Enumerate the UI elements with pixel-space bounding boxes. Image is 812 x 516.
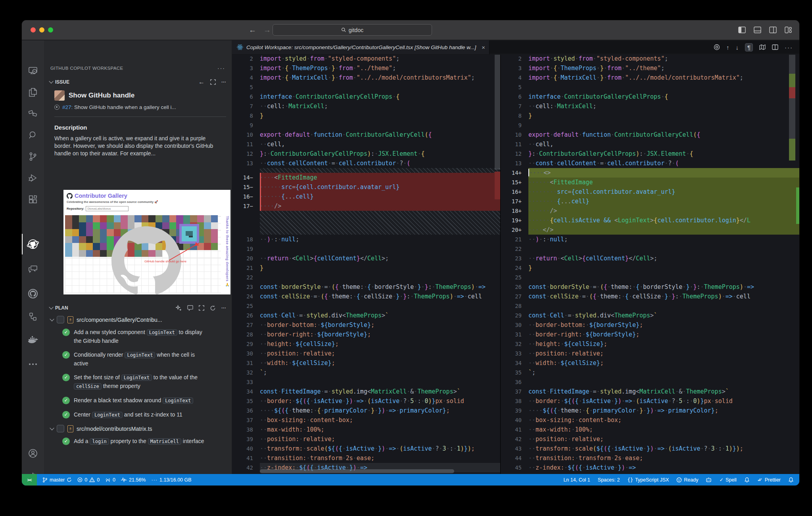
code-line[interactable]: 17+········{...cell} [501, 197, 799, 206]
issue-link[interactable]: #27: Show GitHub handle when a gallery c… [62, 104, 176, 110]
diff-original-pane[interactable]: 2import·styled·from·"styled-components";… [232, 55, 501, 474]
plan-checkbox[interactable] [57, 316, 64, 323]
code-line[interactable]: 40··transform:·scale(${({·isActive·})·=>… [232, 444, 500, 453]
perf-status[interactable]: 21.56% [121, 477, 146, 483]
code-line[interactable]: 4import·{·MatrixCell·}·from·"../../model… [232, 73, 500, 82]
code-line[interactable]: 10export·default·function·ContributorGal… [501, 130, 799, 140]
code-line[interactable]: 34··width:·${cellSize}; [501, 358, 799, 368]
sparkle-icon[interactable] [176, 305, 182, 311]
plan-checkbox[interactable] [57, 425, 64, 432]
customize-layout-icon[interactable] [785, 27, 792, 33]
activity-copilot-workspace[interactable] [22, 236, 44, 252]
code-line[interactable]: 5 [232, 82, 500, 92]
code-line[interactable]: 11··cell, [232, 140, 500, 149]
code-line[interactable]: 21} [232, 263, 500, 273]
code-line[interactable]: 31··width:·${cellSize}; [232, 358, 500, 368]
code-line[interactable]: 13··const·cellContent·=·cell.contributor… [501, 159, 799, 168]
code-line[interactable]: 20+····</> [501, 225, 799, 235]
plan-item[interactable]: ✓Set the font size of LoginText to the v… [44, 371, 232, 394]
code-line[interactable]: 45··z-index:·${({·isActive·})·=> [501, 463, 799, 472]
code-line[interactable]: 27const·cellSize·=·({·theme:·{·cellSize·… [501, 292, 799, 301]
activity-remote-explorer[interactable] [22, 63, 44, 79]
bell-icon[interactable] [788, 477, 794, 483]
code-line[interactable]: 30··position:·relative; [232, 349, 500, 358]
left-scrollbar[interactable] [495, 55, 500, 474]
code-line[interactable]: 6interface·ContributorGalleryCellProps·{ [232, 92, 500, 101]
code-line[interactable]: 23··return·<Cell>{cellContent}</Cell>; [501, 254, 799, 263]
code-line[interactable]: 14+····<> [501, 168, 799, 178]
code-line[interactable]: 19 [232, 244, 500, 254]
code-line[interactable]: 15+······<FittedImage [501, 178, 799, 187]
right-scrollbar[interactable] [789, 55, 799, 474]
code-line[interactable]: 42··position:·relative; [501, 434, 799, 444]
activity-comments[interactable] [22, 261, 44, 277]
code-line[interactable]: 37··box-sizing:·content-box; [232, 415, 500, 425]
activity-github[interactable] [22, 286, 44, 302]
minimize-window-button[interactable] [39, 27, 44, 32]
back-icon[interactable]: ← [249, 26, 256, 34]
plan-file-group[interactable]: ±src/model/contributorsMatrix.ts [44, 422, 232, 434]
code-line[interactable]: 6interface·ContributorGalleryCellProps·{ [501, 92, 799, 101]
plan-item[interactable]: ✓Add a new styled component LoginText to… [44, 325, 232, 348]
code-line[interactable]: 37const·FittedImage·=·styled.img<MatrixC… [501, 387, 799, 396]
activity-explorer[interactable] [22, 84, 44, 100]
code-line[interactable]: 38··border:·${({·isActive·})·=>·(isActiv… [501, 396, 799, 406]
code-line[interactable]: 33 [232, 377, 500, 387]
code-line[interactable]: 14−····<FittedImage [232, 173, 500, 182]
plan-more-icon[interactable]: ··· [221, 305, 226, 311]
code-line[interactable]: 39····${({·theme:·{·primaryColor·}·})·=>… [501, 406, 799, 415]
comment-icon[interactable] [187, 305, 193, 311]
code-line[interactable]: 8} [232, 111, 500, 120]
code-line[interactable]: 9 [501, 120, 799, 130]
plan-item[interactable]: ✓Add a login property to the MatrixCell … [44, 434, 232, 449]
code-line[interactable]: 31··border-right:·${borderStyle}; [501, 330, 799, 339]
indentation-status[interactable]: Spaces: 2 [598, 477, 620, 483]
cursor-position[interactable]: Ln 14, Col 1 [563, 477, 590, 483]
close-window-button[interactable] [31, 27, 36, 32]
activity-project-hierarchy[interactable] [22, 309, 44, 325]
sync-icon[interactable] [210, 305, 216, 311]
code-line[interactable]: 20··return·<Cell>{cellContent}</Cell>; [232, 254, 500, 263]
remote-indicator[interactable]: >< [22, 474, 37, 485]
code-line[interactable]: 28··border-right:·${borderStyle}; [232, 330, 500, 339]
prev-change-icon[interactable]: ↑ [726, 44, 729, 51]
plan-item[interactable]: ✓Center LoginText and set its z-index to… [44, 408, 232, 422]
spell-status[interactable]: ✓Spell [719, 477, 736, 483]
screen-full-icon[interactable] [210, 79, 216, 85]
diff-modified-pane[interactable]: 2import·styled·from·"styled-components";… [501, 55, 799, 474]
code-line[interactable]: 33··position:·relative; [501, 349, 799, 358]
copilot-status[interactable]: Ready [676, 477, 698, 483]
code-line[interactable]: 22 [232, 273, 500, 282]
toggle-sidebar-icon[interactable] [738, 27, 746, 33]
code-line[interactable]: 12}:·ContributorGalleryCellProps):·JSX.E… [501, 149, 799, 159]
code-line[interactable]: 18··)·:·null; [232, 235, 500, 244]
code-line[interactable]: 7··cell:·MatrixCell; [501, 101, 799, 111]
code-line[interactable]: 7··cell:·MatrixCell; [232, 101, 500, 111]
code-line[interactable]: 44··transition:·transform·2s·ease; [501, 453, 799, 463]
code-line[interactable]: 18+······/> [501, 206, 799, 216]
code-line[interactable]: 10export·default·function·ContributorGal… [232, 130, 500, 140]
code-line[interactable]: 36 [501, 377, 799, 387]
code-line[interactable]: 5 [501, 82, 799, 92]
command-center-search[interactable]: gitdoc [273, 24, 432, 36]
activity-source-control[interactable] [22, 149, 44, 164]
toggle-panel-icon[interactable] [754, 27, 761, 33]
code-line[interactable]: 13··const·cellContent·=·cell.contributor… [232, 159, 500, 168]
problems-status[interactable]: 0 0 [77, 477, 100, 483]
code-line[interactable]: 12}:·ContributorGalleryCellProps):·JSX.E… [232, 149, 500, 159]
plan-section-header[interactable]: PLAN ··· [44, 303, 232, 313]
code-line[interactable]: 39··position:·relative; [232, 434, 500, 444]
code-line[interactable]: 23const·borderStyle·=·({·theme:·{·border… [232, 282, 500, 292]
code-line[interactable]: 3import·{·ThemeProps·}·from·"../theme"; [501, 63, 799, 73]
code-line[interactable]: 29const·Cell·=·styled.div<ThemeProps>` [501, 311, 799, 320]
prettier-status[interactable]: ✓✓Prettier [757, 477, 781, 483]
issue-section-header[interactable]: ISSUE ← ··· [44, 77, 232, 87]
code-line[interactable]: 40··box-sizing:·content-box; [501, 415, 799, 425]
code-line[interactable]: 35··border:·${({·isActive·})·=>·(isActiv… [232, 396, 500, 406]
code-line[interactable]: 9 [232, 120, 500, 130]
code-line[interactable]: 19+······{cell.isActive·&&·<LoginText>{c… [501, 216, 799, 225]
code-line[interactable]: 15−······src={cell.contributor.avatar_ur… [232, 182, 500, 192]
target-icon[interactable] [714, 44, 720, 50]
code-line[interactable]: 11··cell, [501, 140, 799, 149]
code-line[interactable]: 2import·styled·from·"styled-components"; [501, 55, 799, 63]
